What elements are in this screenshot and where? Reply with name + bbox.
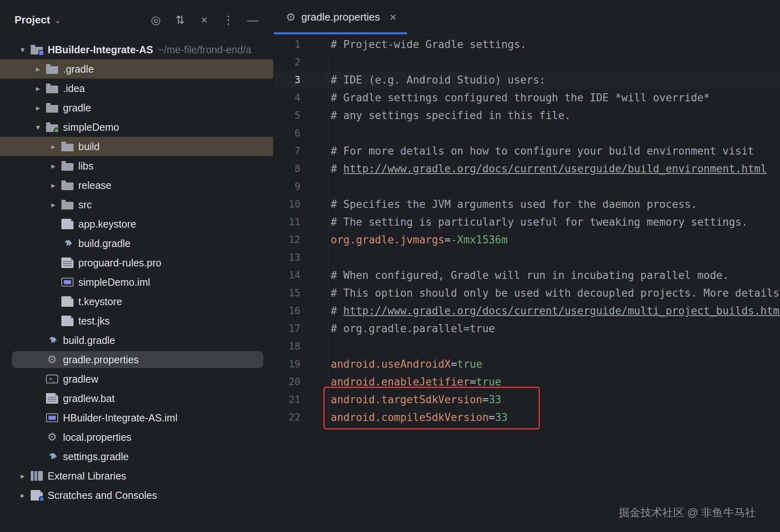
tree-row[interactable]: ⚙ local.properties <box>0 427 274 447</box>
folder-icon <box>61 202 73 209</box>
chevron-icon[interactable]: ▾ <box>15 45 31 54</box>
code-text: org.gradle.jvmargs=-Xmx1536m <box>328 231 507 249</box>
tree-row[interactable]: build.gradle <box>0 234 274 253</box>
tab-gradle-properties[interactable]: ⚙ gradle.properties × <box>274 0 407 34</box>
tree-row[interactable]: build.gradle <box>0 331 274 350</box>
tree-label: gradle.properties <box>63 354 139 366</box>
line-number: 13 <box>274 249 328 266</box>
collapse-all-icon[interactable]: × <box>197 13 211 27</box>
watermark-text: 掘金技术社区 @ 非鱼牛马社 <box>619 505 756 520</box>
code-segment-comment: # For more details on how to configure y… <box>331 145 754 157</box>
chevron-icon[interactable]: ▸ <box>45 180 61 190</box>
expand-selection-icon[interactable]: ⇅ <box>173 13 187 27</box>
chevron-icon[interactable]: ▸ <box>30 103 46 113</box>
code-segment-eq: = <box>482 394 489 406</box>
chevron-icon[interactable]: ▸ <box>30 84 46 93</box>
file-lines-icon <box>46 393 58 404</box>
code-segment-comment: # org.gradle.parallel=true <box>331 323 495 335</box>
chevron-icon[interactable]: ▸ <box>45 161 61 171</box>
code-text: # IDE (e.g. Android Studio) users: <box>328 71 545 89</box>
code-segment-comment: # Specifies the JVM arguments used for t… <box>331 198 697 210</box>
project-panel-header: Project ⌄ ◎⇅×⋮— <box>0 0 273 40</box>
folder-icon <box>61 182 73 190</box>
tree-row[interactable]: ▸ Scratches and Consoles <box>0 486 274 505</box>
chevron-down-icon[interactable]: ⌄ <box>54 15 61 25</box>
tree-label: test.jks <box>78 315 110 327</box>
line-number: 4 <box>274 89 328 107</box>
tree-row[interactable]: ▾ simpleDemo <box>0 117 274 137</box>
chevron-icon[interactable]: ▸ <box>15 490 31 500</box>
tree-row[interactable]: ▸ .gradle <box>0 59 274 79</box>
chevron-icon[interactable]: ▸ <box>45 200 61 209</box>
code-segment-key: android.useAndroidX <box>331 358 451 370</box>
chevron-icon[interactable]: ▸ <box>15 471 31 481</box>
tree-label: build <box>78 141 100 153</box>
tree-label: gradle <box>63 102 91 114</box>
code-line: 20 android.enableJetifier=true <box>274 373 780 391</box>
code-line: 2 <box>274 53 780 71</box>
tree-label: simpleDemo <box>63 121 119 133</box>
line-number: 17 <box>274 320 328 337</box>
tree-row[interactable]: ▸ src <box>0 195 274 214</box>
file-icon <box>61 316 73 326</box>
line-number: 1 <box>274 36 328 53</box>
code-line: 21 android.targetSdkVersion=33 <box>274 391 780 408</box>
close-icon[interactable]: × <box>390 11 396 24</box>
code-line: 14 # When configured, Gradle will run in… <box>274 266 780 284</box>
tree-row[interactable]: ▾ HBuilder-Integrate-AS ~/me-file/frond-… <box>0 40 274 59</box>
project-dropdown[interactable]: Project <box>15 14 50 26</box>
more-options-icon[interactable]: ⋮ <box>222 13 235 27</box>
editor-pane[interactable]: ⚙ gradle.properties × 1 # Project-wide G… <box>274 0 780 532</box>
tree-label: settings.gradle <box>63 451 129 463</box>
tree-row[interactable]: HBuilder-Integrate-AS.iml <box>0 408 274 427</box>
tree-row[interactable]: ▸ release <box>0 176 274 195</box>
line-number: 5 <box>274 107 328 124</box>
code-line: 10 # Specifies the JVM arguments used fo… <box>274 195 780 213</box>
tree-label: .gradle <box>63 63 94 75</box>
editor-tab-bar: ⚙ gradle.properties × <box>274 0 780 35</box>
tree-row[interactable]: ▸ gradle <box>0 98 274 117</box>
code-text: # org.gradle.parallel=true <box>328 320 495 337</box>
tree-label: build.gradle <box>63 335 115 346</box>
line-number: 10 <box>274 195 328 213</box>
tree-row[interactable]: ▸ External Libraries <box>0 466 274 486</box>
chevron-icon[interactable]: ▸ <box>45 142 61 151</box>
code-line: 22 android.compileSdkVersion=33 <box>274 408 780 426</box>
code-area[interactable]: 1 # Project-wide Gradle settings. 2 3 # … <box>274 35 780 426</box>
tree-row[interactable]: proguard-rules.pro <box>0 253 274 272</box>
folder-icon <box>61 144 73 151</box>
tree-row[interactable]: simpleDemo.iml <box>0 272 274 292</box>
chevron-icon[interactable]: ▸ <box>30 64 46 74</box>
line-number: 15 <box>274 284 328 302</box>
tree-row[interactable]: ▸ libs <box>0 156 274 176</box>
project-tree: ▾ HBuilder-Integrate-AS ~/me-file/frond-… <box>0 40 274 505</box>
code-segment-comment: # The setting is particularly useful for… <box>331 216 748 228</box>
tree-row[interactable]: ⚙ gradle.properties <box>0 350 274 369</box>
tree-row[interactable]: settings.gradle <box>0 447 274 466</box>
tree-row[interactable]: ▸ .idea <box>0 79 274 98</box>
code-segment-value: -Xmx1536m <box>451 234 507 246</box>
scratches-icon <box>31 490 43 501</box>
line-number: 12 <box>274 231 328 249</box>
file-lines-icon <box>61 258 73 268</box>
tree-row[interactable]: ▸ build <box>0 137 274 156</box>
tree-label: HBuilder-Integrate-AS.iml <box>63 412 177 424</box>
code-line: 17 # org.gradle.parallel=true <box>274 320 780 337</box>
tree-row[interactable]: app.keystore <box>0 214 274 234</box>
tree-row[interactable]: t.keystore <box>0 292 274 311</box>
code-segment-comment: # Project-wide Gradle settings. <box>331 38 526 50</box>
code-segment-comment: # <box>331 305 343 317</box>
code-line: 8 # http://www.gradle.org/docs/current/u… <box>274 160 780 178</box>
chevron-icon[interactable]: ▾ <box>30 122 46 132</box>
folder-icon <box>46 86 58 93</box>
line-number: 21 <box>274 391 328 408</box>
hide-panel-icon[interactable]: — <box>246 13 260 27</box>
line-number: 2 <box>274 53 328 71</box>
tree-row[interactable]: >_ gradlew <box>0 369 274 389</box>
locate-file-icon[interactable]: ◎ <box>149 13 163 27</box>
project-panel: Project ⌄ ◎⇅×⋮— ▾ HBuilder-Integrate-AS … <box>0 0 274 532</box>
tree-row[interactable]: gradlew.bat <box>0 389 274 408</box>
code-text: # The setting is particularly useful for… <box>328 213 748 231</box>
tree-label: build.gradle <box>78 238 130 249</box>
tree-row[interactable]: test.jks <box>0 311 274 331</box>
